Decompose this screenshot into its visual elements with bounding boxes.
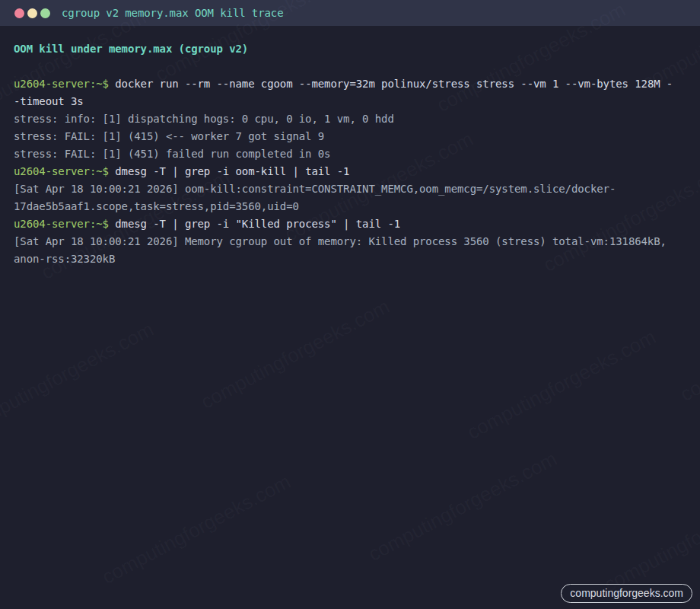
terminal-line: u2604-server:~$ dmesg -T | grep -i oom-k… [14, 163, 686, 180]
watermark-text: computingforgeeks.com [364, 447, 561, 566]
terminal-lines: u2604-server:~$ docker run --rm --name c… [14, 75, 686, 268]
terminal-line: u2604-server:~$ dmesg -T | grep -i "Kill… [14, 215, 686, 233]
terminal-line: 17dae5b5aaf1.scope,task=stress,pid=3560,… [14, 198, 686, 215]
output-text: stress: FAIL: [1] (451) failed run compl… [14, 148, 330, 160]
terminal-output-area: OOM kill under memory.max (cgroup v2) u2… [0, 26, 700, 268]
output-text: 17dae5b5aaf1.scope,task=stress,pid=3560,… [14, 200, 299, 212]
shell-prompt: u2604-server:~$ [14, 165, 109, 177]
output-text: stress: FAIL: [1] (415) <-- worker 7 got… [14, 130, 324, 142]
watermark-text: computingforgeeks.com [600, 477, 700, 597]
terminal-line: stress: info: [1] dispatching hogs: 0 cp… [14, 110, 686, 128]
close-button[interactable] [14, 8, 24, 18]
shell-prompt: u2604-server:~$ [14, 218, 109, 230]
terminal-line: stress: FAIL: [1] (451) failed run compl… [14, 145, 686, 163]
output-text: anon-rss:32320kB [14, 253, 115, 265]
output-text: stress: info: [1] dispatching hogs: 0 cp… [14, 113, 394, 125]
command-text: -timeout 3s [14, 95, 84, 107]
watermark-text: computingforgeeks.com [98, 470, 294, 589]
watermark-badge: computingforgeeks.com [561, 584, 692, 603]
maximize-button[interactable] [40, 8, 50, 18]
output-text: [Sat Apr 18 10:00:21 2026] Memory cgroup… [14, 235, 667, 247]
output-text: [Sat Apr 18 10:00:21 2026] oom-kill:cons… [14, 183, 616, 195]
terminal-line: [Sat Apr 18 10:00:21 2026] oom-kill:cons… [14, 180, 686, 198]
blank-line [14, 58, 686, 75]
command-text: docker run --rm --name cgoom --memory=32… [109, 78, 673, 90]
watermark-text: computingforgeeks.com [676, 287, 700, 407]
minimize-button[interactable] [27, 8, 37, 18]
watermark-text: computingforgeeks.com [463, 325, 660, 445]
shell-prompt: u2604-server:~$ [14, 78, 109, 90]
terminal-heading: OOM kill under memory.max (cgroup v2) [14, 40, 686, 58]
terminal-line: [Sat Apr 18 10:00:21 2026] Memory cgroup… [14, 233, 686, 250]
terminal-line: -timeout 3s [14, 93, 686, 110]
window-titlebar[interactable]: cgroup v2 memory.max OOM kill trace [0, 0, 700, 26]
terminal-line: anon-rss:32320kB [14, 250, 686, 268]
command-text: dmesg -T | grep -i oom-kill | tail -1 [109, 165, 350, 177]
window-title: cgroup v2 memory.max OOM kill trace [62, 7, 284, 19]
terminal-line: u2604-server:~$ docker run --rm --name c… [14, 75, 686, 93]
terminal-line: stress: FAIL: [1] (415) <-- worker 7 got… [14, 128, 686, 145]
command-text: dmesg -T | grep -i "Killed process" | ta… [109, 218, 400, 230]
watermark-text: computingforgeeks.com [0, 317, 158, 437]
watermark-text: computingforgeeks.com [197, 295, 393, 414]
